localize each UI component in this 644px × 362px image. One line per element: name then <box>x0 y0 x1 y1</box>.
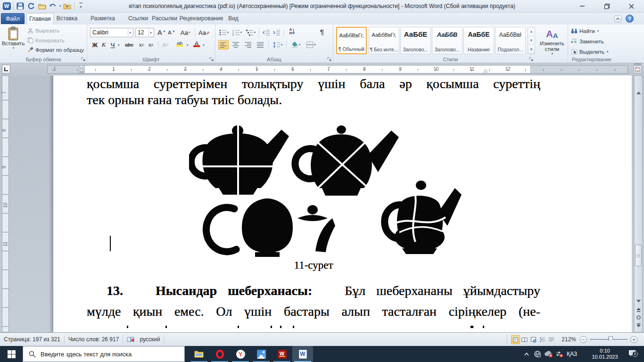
zoom-in-button[interactable]: + <box>630 336 637 343</box>
scroll-up-button[interactable] <box>635 89 642 96</box>
shading-button[interactable]: ▾ <box>289 40 302 49</box>
font-size-combo[interactable]: 12▾ <box>135 28 154 37</box>
align-left-button[interactable] <box>218 40 229 49</box>
highlight-color-button[interactable]: ab <box>174 39 185 49</box>
cut-button[interactable]: Вырезать <box>27 28 59 33</box>
change-case-button[interactable]: Аа▾ <box>179 28 192 37</box>
tray-network-icon[interactable] <box>533 346 542 362</box>
text-effects-button[interactable]: А▾ <box>161 40 170 49</box>
styles-scroll-down[interactable]: ▼ <box>528 36 535 45</box>
zoom-thumb[interactable] <box>609 336 613 341</box>
select-button[interactable]: Выделить▾ <box>571 49 609 55</box>
format-painter-button[interactable]: Формат по образцу <box>27 47 84 53</box>
justify-button[interactable] <box>255 40 265 49</box>
bold-button[interactable]: Ж <box>91 40 99 49</box>
customize-qat-button[interactable]: ▔▾ <box>76 1 86 11</box>
ruler-toggle-button[interactable] <box>634 66 642 74</box>
tab-references[interactable]: Ссылки <box>126 13 150 25</box>
scrollbar-thumb[interactable] <box>635 245 642 266</box>
align-right-button[interactable] <box>243 40 253 49</box>
paste-dropdown[interactable]: ▾ <box>13 46 15 50</box>
font-name-combo[interactable]: Calibri▾ <box>90 28 133 37</box>
tab-file[interactable]: Файл <box>1 13 25 24</box>
tray-clock[interactable]: 0:10 10.01.2023 <box>588 346 621 362</box>
tab-home[interactable]: Главная <box>26 13 54 25</box>
right-indent-marker[interactable] <box>483 69 488 73</box>
vertical-ruler[interactable]: 7 8 9 10 11 <box>2 75 9 332</box>
taskbar-file-explorer[interactable] <box>189 346 209 362</box>
styles-gallery-more[interactable]: ▼ <box>528 45 535 54</box>
styles-dialog-launcher[interactable] <box>528 56 534 62</box>
style-title[interactable]: АаБбЕ Название <box>463 27 494 54</box>
tab-insert[interactable]: Вставка <box>55 13 79 25</box>
view-fullscreen-reading-button[interactable] <box>520 335 529 344</box>
copy-button[interactable]: Копировать <box>27 37 65 43</box>
taskbar-opera[interactable] <box>209 346 230 362</box>
style-heading1[interactable]: АаБбЕ Заголово... <box>400 27 431 54</box>
increase-indent-button[interactable] <box>272 28 281 37</box>
save-button[interactable] <box>16 1 25 11</box>
taskbar-word[interactable]: W <box>292 346 313 362</box>
tab-view[interactable]: Вид <box>223 13 243 25</box>
tab-review[interactable]: Рецензирование <box>179 13 223 25</box>
sort-button[interactable]: АЯ <box>286 27 298 36</box>
page-indicator[interactable]: Страница: 197 из 321 <box>4 336 60 343</box>
new-folder-button[interactable]: ✳ <box>63 1 72 11</box>
tray-onedrive-icon[interactable] <box>543 346 553 362</box>
minimize-button[interactable] <box>575 2 589 10</box>
font-color-dropdown[interactable]: ▾ <box>203 43 205 47</box>
show-paragraph-marks-button[interactable]: ¶ <box>317 27 327 36</box>
styles-scroll-up[interactable]: ▲ <box>528 27 535 36</box>
clear-formatting-button[interactable]: Аа <box>198 28 210 37</box>
undo-dropdown[interactable]: ▾ <box>59 4 61 8</box>
taskbar-pdf-master[interactable]: W <box>272 346 292 362</box>
taskbar-yandex[interactable]: Y <box>230 346 251 362</box>
view-draft-button[interactable] <box>547 335 556 344</box>
scroll-down-button[interactable] <box>635 297 642 304</box>
open-button[interactable] <box>37 1 47 11</box>
strikethrough-button[interactable]: abc <box>123 40 135 49</box>
start-button[interactable] <box>0 346 23 362</box>
tray-expand-chevron[interactable] <box>522 346 531 362</box>
subscript-button[interactable]: x2 <box>137 40 146 49</box>
style-heading2[interactable]: АаБбВ Заголово... <box>432 27 462 54</box>
style-subtitle[interactable]: АаБбВвІ Подзагол... <box>495 27 526 54</box>
bullets-button[interactable]: ▾ <box>218 28 230 37</box>
italic-button[interactable]: К <box>100 40 107 49</box>
line-spacing-button[interactable]: ▾ <box>271 40 284 49</box>
view-web-layout-button[interactable] <box>529 335 538 344</box>
collapse-ribbon-button[interactable] <box>614 16 621 22</box>
view-print-layout-button[interactable] <box>511 335 520 344</box>
tab-selector[interactable] <box>2 65 10 74</box>
superscript-button[interactable]: x2 <box>147 40 155 49</box>
document-page[interactable]: қосымша суреттерімен толықтыру үшін бала… <box>53 75 632 332</box>
multilevel-list-button[interactable]: ▾ <box>245 28 257 37</box>
horizontal-ruler[interactable]: 1 1 2 3 4 5 6 7 8 9 10 11 12 <box>47 65 628 74</box>
grow-font-button[interactable]: А▲ <box>157 28 166 37</box>
word-app-icon[interactable]: W <box>2 1 11 11</box>
tab-page-layout[interactable]: Разметка страницы <box>79 13 126 25</box>
vertical-scrollbar[interactable] <box>634 75 643 332</box>
zoom-track[interactable] <box>590 339 627 340</box>
view-outline-button[interactable] <box>538 335 547 344</box>
underline-dropdown[interactable]: ▾ <box>118 43 120 47</box>
replace-button[interactable]: ab Заменить <box>571 39 604 44</box>
tray-sync-icon[interactable] <box>554 346 564 362</box>
numbering-button[interactable]: 123▾ <box>231 28 243 37</box>
taskbar-search[interactable]: Введите здесь текст для поиска <box>23 346 185 362</box>
borders-button[interactable]: ▾ <box>304 40 318 49</box>
previous-page-button[interactable] <box>635 306 642 313</box>
word-count[interactable]: Число слов: 26 917 <box>68 336 119 343</box>
left-indent-marker[interactable] <box>80 71 83 73</box>
tab-mailings[interactable]: Рассылки <box>150 13 179 25</box>
refresh-button[interactable] <box>26 1 36 11</box>
paste-button[interactable]: Вставить ▾ <box>3 26 24 50</box>
font-dialog-launcher[interactable] <box>208 56 214 62</box>
tray-language-indicator[interactable]: ҚАЗ <box>565 346 579 362</box>
decrease-indent-button[interactable] <box>262 28 271 37</box>
find-button[interactable]: Найти▾ <box>571 28 599 34</box>
zoom-out-button[interactable]: − <box>580 336 587 343</box>
style-no-spacing[interactable]: АаБбВвГг, ¶ Без инте... <box>369 27 399 54</box>
font-color-button[interactable]: А <box>192 39 201 49</box>
spellcheck-indicator[interactable] <box>127 336 135 343</box>
